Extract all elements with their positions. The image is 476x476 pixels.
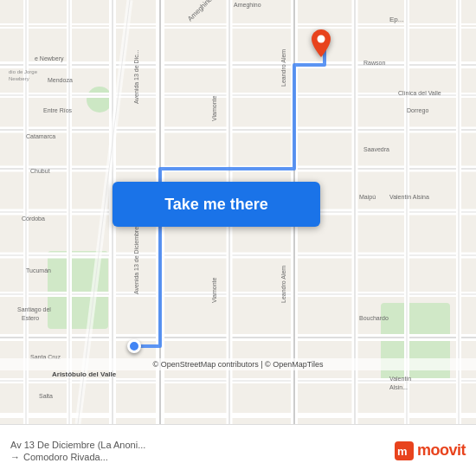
svg-text:Avenida 13 de Dic...: Avenida 13 de Dic...	[133, 49, 139, 104]
svg-text:Newbery: Newbery	[9, 76, 29, 81]
origin-marker	[127, 339, 141, 353]
svg-text:Entre Ríos: Entre Ríos	[43, 107, 73, 113]
svg-text:Leandro Alem: Leandro Alem	[280, 49, 286, 87]
svg-text:Valentín: Valentín	[389, 376, 411, 382]
svg-text:Rawson: Rawson	[363, 60, 385, 66]
svg-text:Estero: Estero	[22, 315, 39, 321]
svg-text:Ameghino: Ameghino	[234, 2, 261, 9]
moovit-logo-icon: m	[395, 441, 414, 460]
moovit-logo: m moovit	[395, 441, 466, 460]
svg-text:Clínica del Valle: Clínica del Valle	[398, 90, 441, 96]
bottom-bar: Av 13 De Diciembre (La Anoni... → Comodo…	[0, 424, 476, 476]
svg-text:Santiago del: Santiago del	[17, 306, 51, 313]
svg-text:Salta: Salta	[39, 393, 53, 399]
svg-text:Viamonte: Viamonte	[211, 277, 217, 303]
svg-text:Ep...: Ep...	[389, 16, 403, 23]
svg-point-77	[318, 35, 325, 43]
svg-text:Catamarca: Catamarca	[26, 133, 55, 139]
svg-text:Mendoza: Mendoza	[48, 77, 73, 83]
svg-text:Alsin...: Alsin...	[389, 384, 408, 390]
svg-text:Tucumán: Tucumán	[26, 267, 51, 273]
svg-text:Viamonte: Viamonte	[211, 95, 217, 121]
svg-text:Dorrego: Dorrego	[407, 107, 428, 114]
svg-text:Avenida 13 de Diciembre: Avenida 13 de Diciembre	[133, 227, 139, 294]
map-attribution: © OpenStreetMap contributors | © OpenMap…	[0, 358, 476, 370]
svg-text:Bouchardo: Bouchardo	[359, 315, 389, 321]
svg-text:Leandro Alem: Leandro Alem	[280, 266, 286, 303]
svg-rect-3	[87, 87, 113, 113]
destination-marker	[312, 29, 331, 61]
moovit-logo-text: moovit	[417, 441, 466, 460]
map-container: Ameghino Ameghino Ep... e Newbery Mendoz…	[0, 0, 476, 424]
svg-text:Chubut: Chubut	[30, 168, 50, 174]
svg-text:Maipú: Maipú	[359, 194, 376, 201]
origin-label: Av 13 De Diciembre (La Anoni...	[10, 440, 145, 450]
route-info: Av 13 De Diciembre (La Anoni... → Comodo…	[10, 440, 145, 462]
svg-text:Valentín Alsina: Valentín Alsina	[389, 194, 429, 200]
route-arrow: → Comodoro Rivada...	[10, 452, 145, 462]
svg-text:dio de Jorge: dio de Jorge	[9, 69, 38, 74]
take-me-there-button[interactable]: Take me there	[113, 182, 320, 227]
destination-label: Comodoro Rivada...	[23, 452, 108, 462]
arrow-icon: →	[10, 452, 20, 462]
svg-text:Saavedra: Saavedra	[363, 146, 389, 152]
svg-text:Córdoba: Córdoba	[22, 215, 45, 222]
svg-text:Aristóbulo del Valle: Aristóbulo del Valle	[52, 370, 117, 378]
svg-text:e Newbery: e Newbery	[35, 55, 64, 62]
svg-text:m: m	[397, 445, 408, 458]
